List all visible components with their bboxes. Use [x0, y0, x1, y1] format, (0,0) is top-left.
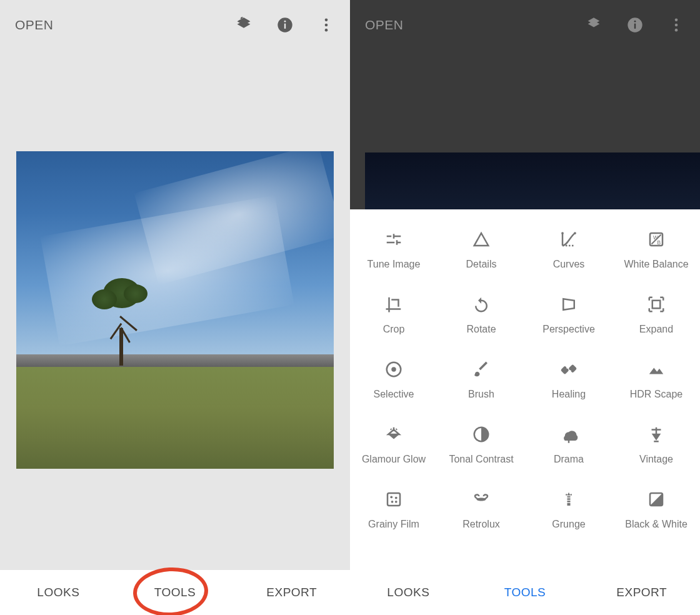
tool-label: Grunge: [552, 518, 585, 531]
nav-tools[interactable]: TOOLS: [467, 586, 584, 599]
svg-point-35: [395, 501, 398, 503]
perspective-icon: [559, 294, 579, 314]
photo-canvas-dimmed: [350, 50, 700, 211]
vintage-icon: [646, 424, 666, 444]
curves-icon: [559, 229, 579, 249]
svg-point-34: [391, 501, 394, 503]
open-button[interactable]: OPEN: [15, 18, 54, 32]
hdr-scape-icon: [646, 359, 666, 379]
healing-icon: [559, 359, 579, 379]
grunge-icon: [559, 489, 579, 509]
tool-brush[interactable]: Brush: [438, 351, 525, 416]
photo-preview-dimmed: [365, 152, 700, 211]
photo-preview: [16, 151, 334, 469]
tool-label: Perspective: [542, 323, 595, 336]
info-icon[interactable]: [276, 16, 294, 34]
tool-white-balance[interactable]: WBWhite Balance: [612, 221, 700, 286]
svg-point-12: [634, 21, 636, 22]
retrolux-icon: [471, 489, 491, 509]
tool-label: Details: [466, 258, 497, 271]
bottom-nav: LOOKS TOOLS EXPORT: [350, 570, 700, 615]
tool-healing[interactable]: Healing: [525, 351, 612, 416]
crop-icon: [384, 294, 404, 314]
tool-label: Glamour Glow: [362, 453, 426, 466]
more-icon[interactable]: [668, 16, 685, 34]
brush-icon: [471, 359, 491, 379]
tool-label: Tune Image: [368, 258, 421, 271]
right-panel: OPEN Tune ImageDetailsCurvesWBWhite Bala…: [350, 0, 700, 615]
svg-point-23: [391, 367, 396, 372]
photo-canvas[interactable]: [0, 50, 350, 570]
svg-point-6: [325, 24, 328, 27]
edit-stack-icon[interactable]: [235, 16, 252, 34]
tool-label: Vintage: [639, 453, 673, 466]
tonal-contrast-icon: [471, 424, 491, 444]
tool-perspective[interactable]: Perspective: [525, 286, 612, 351]
open-button[interactable]: OPEN: [365, 18, 404, 32]
svg-point-13: [675, 19, 678, 22]
nav-looks[interactable]: LOOKS: [0, 586, 117, 599]
tool-label: Brush: [468, 388, 494, 401]
tool-label: Curves: [553, 258, 585, 271]
svg-point-7: [325, 29, 328, 32]
tool-label: Retrolux: [462, 518, 500, 531]
svg-rect-11: [634, 24, 636, 29]
tune-image-icon: [384, 229, 404, 249]
tool-vintage[interactable]: Vintage: [612, 416, 700, 481]
svg-point-15: [675, 29, 678, 32]
svg-rect-30: [654, 441, 659, 442]
svg-point-16: [561, 232, 564, 234]
top-bar: OPEN: [0, 0, 350, 50]
tool-hdr-scape[interactable]: HDR Scape: [612, 351, 700, 416]
tool-grainy-film[interactable]: Grainy Film: [350, 481, 438, 546]
tool-drama[interactable]: Drama: [525, 416, 612, 481]
more-icon[interactable]: [318, 16, 335, 34]
tool-selective[interactable]: Selective: [350, 351, 438, 416]
tool-tonal-contrast[interactable]: Tonal Contrast: [438, 416, 525, 481]
svg-rect-24: [561, 366, 569, 374]
tool-black-white[interactable]: Black & White: [612, 481, 700, 546]
tool-curves[interactable]: Curves: [525, 221, 612, 286]
nav-export[interactable]: EXPORT: [583, 586, 700, 599]
top-bar: OPEN: [350, 0, 700, 50]
tool-crop[interactable]: Crop: [350, 286, 438, 351]
tool-label: Healing: [552, 388, 586, 401]
tool-label: Tonal Contrast: [449, 453, 513, 466]
tool-retrolux[interactable]: Retrolux: [438, 481, 525, 546]
black-white-icon: [646, 489, 666, 509]
glamour-glow-icon: [384, 424, 404, 444]
svg-point-32: [390, 496, 392, 498]
tool-label: Drama: [554, 453, 584, 466]
tool-rotate[interactable]: Rotate: [438, 286, 525, 351]
svg-point-17: [574, 232, 576, 234]
tool-grunge[interactable]: Grunge: [525, 481, 612, 546]
svg-point-37: [571, 494, 572, 496]
svg-point-36: [566, 494, 568, 496]
info-icon[interactable]: [626, 16, 644, 34]
svg-rect-25: [568, 364, 577, 373]
svg-point-14: [675, 24, 678, 27]
tool-details[interactable]: Details: [438, 221, 525, 286]
svg-point-27: [569, 370, 571, 372]
left-panel: OPEN LOOKS TOOL: [0, 0, 350, 615]
tool-tune-image[interactable]: Tune Image: [350, 221, 438, 286]
svg-point-5: [325, 19, 328, 22]
white-balance-icon: WB: [646, 229, 666, 249]
expand-icon: [646, 294, 666, 314]
tool-expand[interactable]: Expand: [612, 286, 700, 351]
nav-tools[interactable]: TOOLS: [117, 586, 234, 599]
tool-label: Expand: [639, 323, 673, 336]
edit-stack-icon[interactable]: [585, 16, 602, 34]
tool-label: Selective: [374, 388, 414, 401]
rotate-icon: [471, 294, 491, 314]
tool-glamour-glow[interactable]: Glamour Glow: [350, 416, 438, 481]
svg-point-4: [284, 21, 286, 22]
nav-looks[interactable]: LOOKS: [350, 586, 467, 599]
bottom-nav: LOOKS TOOLS EXPORT: [0, 570, 350, 615]
nav-export[interactable]: EXPORT: [233, 586, 350, 599]
svg-point-33: [395, 497, 398, 499]
tool-label: Grainy Film: [368, 518, 419, 531]
drama-icon: [559, 424, 579, 444]
tool-label: Crop: [383, 323, 405, 336]
svg-text:B: B: [657, 239, 661, 246]
